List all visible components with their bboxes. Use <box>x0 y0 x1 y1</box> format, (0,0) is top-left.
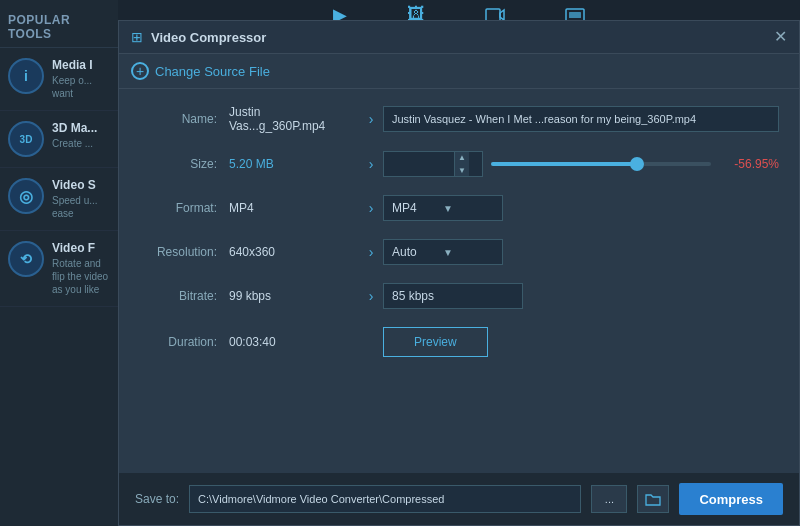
sidebar-item-video-flip-text: Video F Rotate and flip the video as you… <box>52 241 110 296</box>
bitrate-label: Bitrate: <box>139 289 229 303</box>
sidebar: Popular Tools i Media I Keep o... want 3… <box>0 0 118 526</box>
name-output-area: Justin Vasquez - When I Met ...reason fo… <box>383 106 779 132</box>
3d-icon: 3D <box>8 121 44 157</box>
sidebar-item-video-flip-desc: Rotate and flip the video as you like <box>52 257 110 296</box>
resolution-output-area: Auto ▼ <box>383 239 779 265</box>
size-field-row: Size: 5.20 MB › 2.24MB ▲ ▼ -56.95% <box>139 151 779 177</box>
name-label: Name: <box>139 112 229 126</box>
size-output-area: 2.24MB ▲ ▼ -56.95% <box>383 151 779 177</box>
duration-value: 00:03:40 <box>229 335 359 349</box>
change-source-label: Change Source File <box>155 64 270 79</box>
format-output-area: MP4 ▼ <box>383 195 779 221</box>
dialog-title-bar: ⊞ Video Compressor ✕ <box>119 21 799 54</box>
format-field-row: Format: MP4 › MP4 ▼ <box>139 195 779 221</box>
format-arrow-icon: › <box>359 200 383 216</box>
size-slider-track[interactable] <box>491 162 711 166</box>
size-label: Size: <box>139 157 229 171</box>
save-path-input[interactable] <box>189 485 581 513</box>
sidebar-item-media-text: Media I Keep o... want <box>52 58 110 100</box>
sidebar-item-3d-text: 3D Ma... Create ... <box>52 121 97 150</box>
popular-tools-label: Popular Tools <box>8 13 110 41</box>
resolution-source-value: 640x360 <box>229 245 359 259</box>
resolution-select-value: Auto <box>392 245 443 259</box>
media-icon: i <box>8 58 44 94</box>
size-slider-fill <box>491 162 634 166</box>
sidebar-header: Popular Tools <box>0 0 118 48</box>
sidebar-item-video-speed-title: Video S <box>52 178 110 192</box>
bottom-bar: Save to: ... Compress <box>119 472 799 525</box>
preview-button[interactable]: Preview <box>383 327 488 357</box>
bitrate-output-display[interactable]: 85 kbps <box>383 283 523 309</box>
compress-button[interactable]: Compress <box>679 483 783 515</box>
sidebar-items-list: i Media I Keep o... want 3D 3D Ma... Cre… <box>0 48 118 526</box>
format-select[interactable]: MP4 ▼ <box>383 195 503 221</box>
resolution-select[interactable]: Auto ▼ <box>383 239 503 265</box>
sidebar-item-video-speed-desc: Speed u... ease <box>52 194 110 220</box>
name-output-display[interactable]: Justin Vasquez - When I Met ...reason fo… <box>383 106 779 132</box>
duration-field-row: Duration: 00:03:40 Preview <box>139 327 779 357</box>
sidebar-item-video-flip-title: Video F <box>52 241 110 255</box>
svg-rect-0 <box>486 9 500 21</box>
duration-label: Duration: <box>139 335 229 349</box>
dialog-content: Name: Justin Vas...g_360P.mp4 › Justin V… <box>119 89 799 472</box>
plus-circle-icon: + <box>131 62 149 80</box>
dialog-toolbar: + Change Source File <box>119 54 799 89</box>
sidebar-item-video-speed[interactable]: ◎ Video S Speed u... ease <box>0 168 118 231</box>
duration-preview-area: Preview <box>383 327 779 357</box>
video-compressor-dialog: ⊞ Video Compressor ✕ + Change Source Fil… <box>118 20 800 526</box>
size-slider-area: -56.95% <box>491 157 779 171</box>
format-label: Format: <box>139 201 229 215</box>
sidebar-item-3d[interactable]: 3D 3D Ma... Create ... <box>0 111 118 168</box>
svg-rect-2 <box>569 12 581 18</box>
resolution-dropdown-icon: ▼ <box>443 247 494 258</box>
format-source-value: MP4 <box>229 201 359 215</box>
save-to-label: Save to: <box>135 492 179 506</box>
resolution-arrow-icon: › <box>359 244 383 260</box>
change-source-button[interactable]: + Change Source File <box>131 62 270 80</box>
folder-button[interactable] <box>637 485 669 513</box>
name-source-value: Justin Vas...g_360P.mp4 <box>229 105 359 133</box>
format-dropdown-icon: ▼ <box>443 203 494 214</box>
dialog-title-text: Video Compressor <box>151 30 766 45</box>
name-field-row: Name: Justin Vas...g_360P.mp4 › Justin V… <box>139 105 779 133</box>
video-speed-icon: ◎ <box>8 178 44 214</box>
size-up-button[interactable]: ▲ <box>455 151 469 164</box>
dialog-title-icon: ⊞ <box>131 29 143 45</box>
dots-button[interactable]: ... <box>591 485 627 513</box>
bitrate-source-value: 99 kbps <box>229 289 359 303</box>
sidebar-item-video-speed-text: Video S Speed u... ease <box>52 178 110 220</box>
sidebar-item-media-title: Media I <box>52 58 110 72</box>
size-spinner[interactable]: 2.24MB ▲ ▼ <box>383 151 483 177</box>
sidebar-item-media-desc: Keep o... want <box>52 74 110 100</box>
size-slider-thumb[interactable] <box>630 157 644 171</box>
resolution-field-row: Resolution: 640x360 › Auto ▼ <box>139 239 779 265</box>
size-input[interactable]: 2.24MB <box>384 152 454 176</box>
resolution-label: Resolution: <box>139 245 229 259</box>
sidebar-item-video-flip[interactable]: ⟲ Video F Rotate and flip the video as y… <box>0 231 118 307</box>
video-flip-icon: ⟲ <box>8 241 44 277</box>
sidebar-item-3d-title: 3D Ma... <box>52 121 97 135</box>
sidebar-item-media[interactable]: i Media I Keep o... want <box>0 48 118 111</box>
format-select-value: MP4 <box>392 201 443 215</box>
bitrate-output-area: 85 kbps <box>383 283 779 309</box>
name-arrow-icon: › <box>359 111 383 127</box>
size-down-button[interactable]: ▼ <box>455 164 469 177</box>
size-percent-label: -56.95% <box>719 157 779 171</box>
size-source-value: 5.20 MB <box>229 157 359 171</box>
bitrate-field-row: Bitrate: 99 kbps › 85 kbps <box>139 283 779 309</box>
size-spinner-buttons: ▲ ▼ <box>454 151 469 177</box>
size-arrow-icon: › <box>359 156 383 172</box>
sidebar-item-3d-desc: Create ... <box>52 137 97 150</box>
bitrate-arrow-icon: › <box>359 288 383 304</box>
dialog-close-button[interactable]: ✕ <box>774 29 787 45</box>
